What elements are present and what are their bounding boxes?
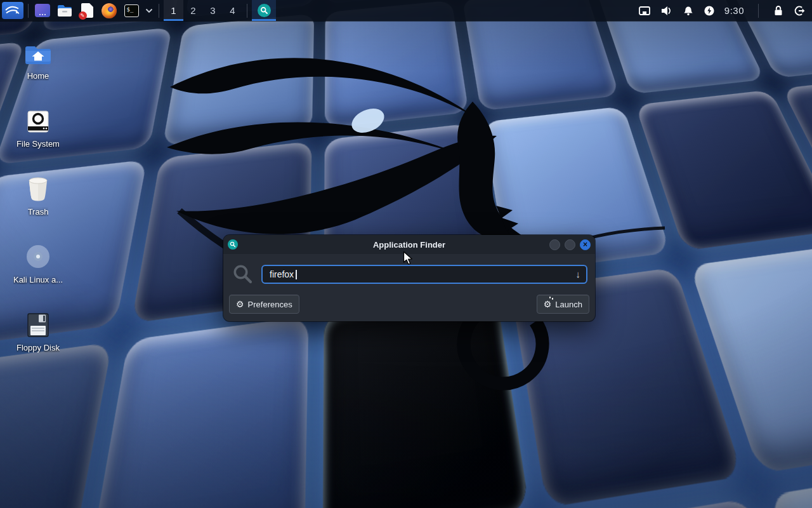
- system-tray: 9:30: [638, 4, 812, 18]
- panel-separator: [758, 4, 759, 18]
- window-title: Application Finder: [261, 240, 557, 250]
- desktop-icon-label: File System: [16, 139, 60, 149]
- maximize-button[interactable]: [565, 239, 575, 250]
- workspace-2[interactable]: 2: [183, 0, 203, 21]
- launcher-window-app[interactable]: [34, 3, 51, 19]
- taskbar-application-finder[interactable]: [252, 0, 276, 21]
- clock[interactable]: 9:30: [724, 5, 744, 16]
- logout-icon[interactable]: [794, 5, 806, 17]
- window-app-icon: [35, 4, 50, 17]
- text-caret: [296, 270, 297, 279]
- desktop-icon-label: Trash: [28, 207, 49, 217]
- optical-disc-icon: [25, 243, 51, 270]
- terminal-icon: $_: [124, 4, 139, 17]
- application-finder-window: Application Finder × firefox ↓ ⚙ Prefere…: [223, 235, 595, 321]
- wallpaper-cube: [767, 465, 812, 508]
- preferences-button[interactable]: ⚙ Preferences: [229, 295, 299, 314]
- lock-screen-icon[interactable]: [773, 5, 784, 17]
- firefox-icon: [102, 3, 117, 18]
- workspace-switcher: 1 2 3 4: [164, 0, 242, 21]
- panel-launchers: ✎ $_: [33, 3, 154, 19]
- desktop-icon-kali-cd[interactable]: Kali Linux a...: [5, 237, 71, 305]
- panel-separator: [247, 4, 247, 18]
- notifications-bell-icon[interactable]: [683, 5, 694, 17]
- workspace-4[interactable]: 4: [223, 0, 242, 21]
- search-icon: [232, 264, 254, 285]
- desktop-icon-list: Home File System Trash: [5, 33, 71, 373]
- desktop-icon-home[interactable]: Home: [5, 33, 71, 101]
- panel-separator: [159, 4, 159, 18]
- desktop-icon-floppy[interactable]: Floppy Disk: [5, 305, 71, 373]
- run-gear-icon: ⚙: [544, 300, 552, 309]
- gear-icon: ⚙: [236, 300, 244, 309]
- desktop-icon-file-system[interactable]: File System: [5, 101, 71, 169]
- desktop-icon-label: Kali Linux a...: [13, 275, 63, 284]
- panel-separator: [28, 4, 29, 18]
- desktop-icon-label: Floppy Disk: [16, 343, 60, 352]
- trash-icon: [26, 175, 50, 202]
- home-folder-icon: [23, 43, 53, 66]
- search-input[interactable]: firefox ↓: [261, 265, 587, 284]
- desktop-icon-label: Home: [27, 71, 49, 81]
- volume-icon[interactable]: [660, 5, 673, 17]
- floppy-disk-icon: [26, 312, 50, 338]
- close-button[interactable]: ×: [580, 239, 591, 250]
- dialog-footer: ⚙ Preferences ⚙ Launch: [223, 291, 595, 321]
- preferences-button-label: Preferences: [248, 300, 292, 309]
- launch-button-label: Launch: [555, 300, 582, 309]
- desktop-icon-trash[interactable]: Trash: [5, 169, 71, 237]
- launcher-firefox[interactable]: [101, 3, 117, 19]
- launcher-text-editor[interactable]: ✎: [79, 3, 95, 19]
- network-icon[interactable]: [638, 6, 651, 16]
- app-finder-search-icon: [258, 4, 271, 17]
- file-manager-icon: [56, 4, 73, 18]
- mouse-cursor: [403, 251, 414, 265]
- window-app-finder-icon: [228, 239, 238, 250]
- applications-menu-button[interactable]: [2, 2, 23, 19]
- top-panel: ✎ $_ 1 2 3 4: [0, 0, 812, 21]
- launcher-terminal[interactable]: $_: [123, 3, 140, 19]
- search-input-value: firefox: [270, 269, 294, 279]
- kali-dragon-logo: [157, 27, 671, 395]
- launcher-dropdown-chevron-icon[interactable]: [145, 8, 153, 13]
- workspace-1[interactable]: 1: [164, 0, 183, 21]
- launch-button[interactable]: ⚙ Launch: [537, 295, 589, 314]
- file-system-drive-icon: [26, 110, 50, 134]
- kali-logo-icon: [5, 5, 20, 17]
- workspace-3[interactable]: 3: [203, 0, 223, 21]
- text-editor-icon: ✎: [81, 3, 93, 18]
- dropdown-arrow-icon[interactable]: ↓: [576, 269, 581, 279]
- power-manager-icon[interactable]: [704, 5, 715, 17]
- launcher-file-manager[interactable]: [56, 3, 73, 19]
